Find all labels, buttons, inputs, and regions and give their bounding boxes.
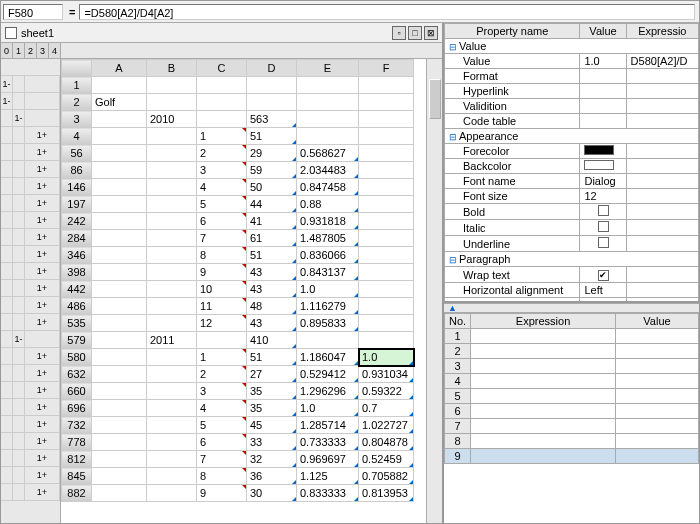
outline-level-4[interactable]: 4 <box>49 43 61 58</box>
row-header[interactable]: 579 <box>62 332 92 349</box>
cell[interactable] <box>147 366 197 383</box>
outline-toggle[interactable]: 1+ <box>25 314 60 330</box>
cell[interactable] <box>147 213 197 230</box>
outline-toggle[interactable]: 1+ <box>25 297 60 313</box>
cell[interactable]: 51 <box>247 349 297 366</box>
cell[interactable]: 1.487805 <box>297 230 359 247</box>
checkbox[interactable]: ✔ <box>598 270 609 281</box>
cell[interactable]: 1.186047 <box>297 349 359 366</box>
cell[interactable]: 0.88 <box>297 196 359 213</box>
column-header-C[interactable]: C <box>197 60 247 77</box>
cell[interactable]: 2010 <box>147 111 197 128</box>
prop-value[interactable]: 1.0 <box>580 54 626 69</box>
cell[interactable]: 1.0 <box>297 400 359 417</box>
outline-toggle[interactable] <box>13 195 25 211</box>
prop-expr[interactable] <box>626 69 698 84</box>
cell[interactable]: Golf <box>92 94 147 111</box>
cell[interactable]: 0.843137 <box>297 264 359 281</box>
cell[interactable]: 29 <box>247 145 297 162</box>
cell[interactable]: 41 <box>247 213 297 230</box>
cell[interactable] <box>147 162 197 179</box>
scrollbar-thumb[interactable] <box>429 79 441 119</box>
outline-toggle[interactable]: 1+ <box>25 433 60 449</box>
cell[interactable] <box>359 196 414 213</box>
cell[interactable] <box>147 383 197 400</box>
cell[interactable] <box>297 77 359 94</box>
column-header-A[interactable]: A <box>92 60 147 77</box>
outline-level-2[interactable]: 2 <box>25 43 37 58</box>
cell[interactable]: 6 <box>197 434 247 451</box>
row-header[interactable]: 882 <box>62 485 92 502</box>
prop-value[interactable]: Left <box>580 283 626 298</box>
outline-toggle[interactable]: 1+ <box>25 144 60 160</box>
cell[interactable] <box>92 434 147 451</box>
outline-toggle[interactable]: 1+ <box>25 195 60 211</box>
expr-row-header[interactable]: 3 <box>445 359 471 374</box>
outline-toggle[interactable] <box>13 399 25 415</box>
cell[interactable]: 59 <box>247 162 297 179</box>
prop-expr[interactable] <box>626 267 698 283</box>
outline-toggle[interactable]: 1+ <box>25 399 60 415</box>
prop-value[interactable] <box>580 159 626 174</box>
expr-cell-value[interactable] <box>616 449 699 464</box>
outline-toggle[interactable]: 1- <box>13 110 25 126</box>
cell[interactable]: 0.931034 <box>359 366 414 383</box>
prop-expr[interactable] <box>626 159 698 174</box>
cell[interactable]: 1 <box>197 128 247 145</box>
outline-level-3[interactable]: 3 <box>37 43 49 58</box>
cell[interactable]: 0.895833 <box>297 315 359 332</box>
outline-toggle[interactable] <box>1 212 13 228</box>
outline-toggle[interactable] <box>1 263 13 279</box>
cell[interactable] <box>147 196 197 213</box>
cell[interactable]: 8 <box>197 247 247 264</box>
cell[interactable] <box>92 298 147 315</box>
prop-expr[interactable] <box>626 189 698 204</box>
outline-toggle[interactable]: 1- <box>1 76 13 92</box>
row-header[interactable]: 86 <box>62 162 92 179</box>
outline-toggle[interactable] <box>1 195 13 211</box>
cell[interactable]: 1 <box>197 349 247 366</box>
outline-toggle[interactable]: 1+ <box>25 263 60 279</box>
expr-cell-value[interactable] <box>616 419 699 434</box>
prop-expr[interactable] <box>626 204 698 220</box>
cell[interactable]: 7 <box>197 230 247 247</box>
cell[interactable] <box>247 77 297 94</box>
outline-level-0[interactable]: 0 <box>1 43 13 58</box>
cell[interactable]: 5 <box>197 417 247 434</box>
cell[interactable] <box>359 145 414 162</box>
cell[interactable] <box>147 349 197 366</box>
cell[interactable] <box>92 230 147 247</box>
outline-toggle[interactable] <box>25 93 60 109</box>
outline-toggle[interactable] <box>25 76 60 92</box>
cell[interactable] <box>197 77 247 94</box>
column-header-F[interactable]: F <box>359 60 414 77</box>
cell[interactable] <box>92 485 147 502</box>
outline-toggle[interactable]: 1+ <box>25 348 60 364</box>
cell[interactable] <box>359 179 414 196</box>
prop-expr[interactable] <box>626 283 698 298</box>
prop-expr[interactable] <box>626 99 698 114</box>
cell[interactable]: 1.125 <box>297 468 359 485</box>
cell[interactable]: 7 <box>197 451 247 468</box>
cell[interactable]: 1.022727 <box>359 417 414 434</box>
row-header[interactable]: 442 <box>62 281 92 298</box>
cell[interactable]: 36 <box>247 468 297 485</box>
cell[interactable] <box>92 383 147 400</box>
outline-toggle[interactable] <box>13 93 25 109</box>
cell[interactable]: 10 <box>197 281 247 298</box>
cell[interactable]: 2.034483 <box>297 162 359 179</box>
cell[interactable] <box>359 128 414 145</box>
cell[interactable] <box>92 315 147 332</box>
cell[interactable]: 8 <box>197 468 247 485</box>
cell[interactable]: 1.285714 <box>297 417 359 434</box>
row-header[interactable]: 632 <box>62 366 92 383</box>
expr-cell-value[interactable] <box>616 434 699 449</box>
cell[interactable]: 27 <box>247 366 297 383</box>
prop-value[interactable] <box>580 236 626 252</box>
expr-cell-expression[interactable] <box>471 404 616 419</box>
expr-row-header[interactable]: 4 <box>445 374 471 389</box>
cell[interactable] <box>92 196 147 213</box>
cell[interactable] <box>147 230 197 247</box>
row-header[interactable]: 2 <box>62 94 92 111</box>
cell[interactable]: 1.296296 <box>297 383 359 400</box>
